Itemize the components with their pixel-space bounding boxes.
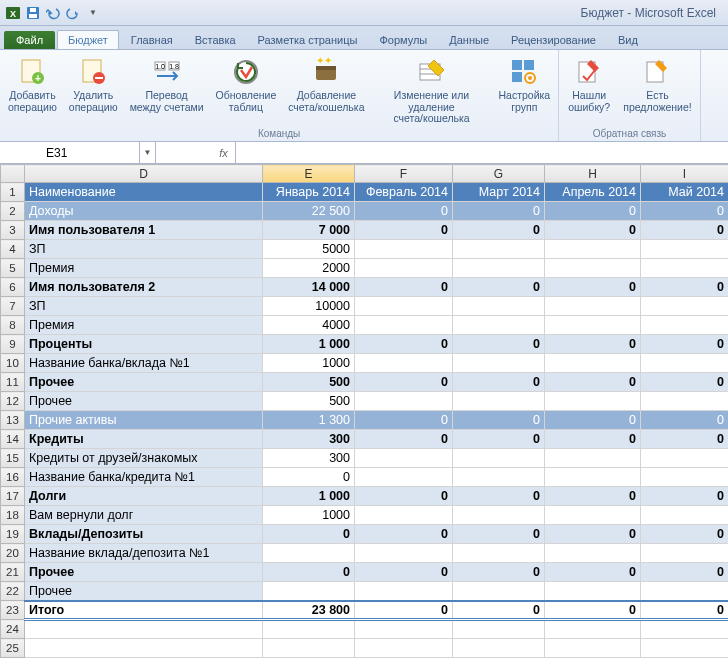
col-header-D[interactable]: D — [25, 165, 263, 183]
cell[interactable]: 0 — [641, 373, 729, 392]
spreadsheet-grid[interactable]: D E F G H I 1 Наименование Январь 2014 Ф… — [0, 164, 728, 658]
cell[interactable] — [545, 639, 641, 658]
cell[interactable] — [453, 354, 545, 373]
tab-layout[interactable]: Разметка страницы — [248, 31, 368, 49]
cell[interactable] — [25, 639, 263, 658]
cell[interactable]: 0 — [545, 373, 641, 392]
cell[interactable]: 1 300 — [263, 411, 355, 430]
cell[interactable]: 0 — [545, 335, 641, 354]
cell[interactable]: Март 2014 — [453, 183, 545, 202]
cell[interactable]: 0 — [641, 430, 729, 449]
cell[interactable]: 0 — [641, 487, 729, 506]
cell[interactable]: 22 500 — [263, 202, 355, 221]
cell[interactable] — [355, 468, 453, 487]
cell[interactable]: ЗП — [25, 240, 263, 259]
cell[interactable]: 0 — [263, 563, 355, 582]
cell[interactable]: Доходы — [25, 202, 263, 221]
fx-icon[interactable]: fx — [212, 142, 236, 163]
cell[interactable]: 0 — [453, 487, 545, 506]
cell[interactable]: Вам вернули долг — [25, 506, 263, 525]
cell[interactable] — [641, 468, 729, 487]
cell[interactable]: 0 — [641, 601, 729, 620]
cell[interactable] — [355, 582, 453, 601]
select-all-corner[interactable] — [1, 165, 25, 183]
cell[interactable]: 0 — [641, 411, 729, 430]
cell[interactable]: Январь 2014 — [263, 183, 355, 202]
row-header[interactable]: 7 — [1, 297, 25, 316]
save-icon[interactable] — [24, 4, 42, 22]
row-header[interactable]: 18 — [1, 506, 25, 525]
cell[interactable]: 1 000 — [263, 335, 355, 354]
cell[interactable]: 0 — [453, 525, 545, 544]
formula-input[interactable] — [236, 142, 728, 163]
cell[interactable]: 1 000 — [263, 487, 355, 506]
cell[interactable] — [453, 316, 545, 335]
cell[interactable]: Долги — [25, 487, 263, 506]
cell[interactable]: Кредиты от друзей/знакомых — [25, 449, 263, 468]
cell[interactable] — [545, 354, 641, 373]
cell[interactable]: 0 — [355, 335, 453, 354]
cell[interactable] — [545, 506, 641, 525]
transfer-button[interactable]: 1.01.8 Переводмежду счетами — [128, 54, 206, 127]
cell[interactable] — [355, 297, 453, 316]
row-header[interactable]: 20 — [1, 544, 25, 563]
cell[interactable]: Февраль 2014 — [355, 183, 453, 202]
tab-budget[interactable]: Бюджет — [57, 30, 119, 49]
cell[interactable] — [355, 316, 453, 335]
tab-formulas[interactable]: Формулы — [369, 31, 437, 49]
cell[interactable]: 4000 — [263, 316, 355, 335]
cell[interactable]: 0 — [453, 278, 545, 297]
cell[interactable]: 300 — [263, 430, 355, 449]
cell[interactable] — [453, 544, 545, 563]
cell[interactable]: 300 — [263, 449, 355, 468]
cell[interactable] — [263, 620, 355, 639]
col-header-G[interactable]: G — [453, 165, 545, 183]
row-header[interactable]: 24 — [1, 620, 25, 639]
cell[interactable] — [355, 240, 453, 259]
refresh-tables-button[interactable]: Обновлениетаблиц — [214, 54, 279, 127]
cell[interactable] — [453, 506, 545, 525]
cell[interactable]: 0 — [355, 487, 453, 506]
cell[interactable]: Апрель 2014 — [545, 183, 641, 202]
cell[interactable]: 1000 — [263, 506, 355, 525]
cell[interactable] — [641, 354, 729, 373]
group-settings-button[interactable]: Настройкагрупп — [497, 54, 553, 127]
cell[interactable] — [641, 392, 729, 411]
cell[interactable]: 0 — [355, 601, 453, 620]
cell[interactable] — [641, 259, 729, 278]
cell[interactable] — [545, 259, 641, 278]
cell[interactable]: Прочее — [25, 373, 263, 392]
cell[interactable]: 0 — [355, 221, 453, 240]
cell[interactable]: 500 — [263, 392, 355, 411]
cell[interactable]: Прочее — [25, 582, 263, 601]
cell[interactable]: Название банка/кредита №1 — [25, 468, 263, 487]
row-header[interactable]: 13 — [1, 411, 25, 430]
cell[interactable]: 0 — [453, 221, 545, 240]
name-box-dropdown-icon[interactable]: ▼ — [140, 142, 156, 163]
row-header[interactable]: 1 — [1, 183, 25, 202]
cell[interactable]: Наименование — [25, 183, 263, 202]
cell[interactable] — [453, 259, 545, 278]
add-operation-button[interactable]: + Добавитьоперацию — [6, 54, 59, 127]
tab-file[interactable]: Файл — [4, 31, 55, 49]
tab-insert[interactable]: Вставка — [185, 31, 246, 49]
cell[interactable]: 0 — [453, 373, 545, 392]
cell[interactable]: 0 — [545, 525, 641, 544]
cell[interactable] — [453, 639, 545, 658]
cell[interactable]: 0 — [545, 487, 641, 506]
cell[interactable] — [641, 620, 729, 639]
cell[interactable] — [641, 449, 729, 468]
cell[interactable] — [545, 544, 641, 563]
cell[interactable]: 0 — [355, 373, 453, 392]
cell[interactable] — [545, 297, 641, 316]
cell[interactable]: Прочее — [25, 392, 263, 411]
cell[interactable] — [453, 449, 545, 468]
row-header[interactable]: 9 — [1, 335, 25, 354]
name-box[interactable]: E31 — [40, 142, 140, 163]
suggestion-button[interactable]: Естьпредложение! — [621, 54, 694, 127]
cell[interactable]: 7 000 — [263, 221, 355, 240]
cell[interactable] — [545, 316, 641, 335]
row-header[interactable]: 8 — [1, 316, 25, 335]
cell[interactable]: 0 — [355, 525, 453, 544]
cell[interactable] — [641, 639, 729, 658]
